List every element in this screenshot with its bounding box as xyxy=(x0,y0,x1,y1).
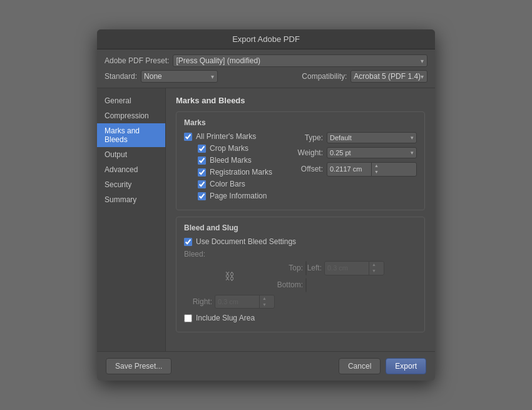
right-inc: ▲ xyxy=(260,295,269,302)
bottom-bleed-input-wrapper: ▲ ▼ xyxy=(305,278,307,292)
right-dec: ▼ xyxy=(260,302,269,308)
bleed-marks-label[interactable]: Bleed Marks xyxy=(210,156,252,165)
marks-left: All Printer's Marks Crop Marks Bleed Mar… xyxy=(184,132,285,203)
include-slug-row: Include Slug Area xyxy=(184,314,417,322)
sidebar-item-summary[interactable]: Summary xyxy=(97,192,165,207)
right-bleed-spin: ▲ ▼ xyxy=(259,295,269,309)
bottom-bleed-label: Bottom: xyxy=(275,280,303,289)
left-bleed-input xyxy=(325,263,369,273)
all-printers-row: All Printer's Marks xyxy=(184,132,285,141)
left-dec: ▼ xyxy=(369,268,379,274)
preset-label: Adobe PDF Preset: xyxy=(105,56,169,65)
cancel-button[interactable]: Cancel xyxy=(339,358,381,374)
sidebar: General Compression Marks and Bleeds Out… xyxy=(97,88,166,351)
right-bleed-input xyxy=(215,297,259,307)
crop-marks-checkbox[interactable] xyxy=(198,145,206,153)
export-button[interactable]: Export xyxy=(386,358,426,374)
standard-label: Standard: xyxy=(105,72,137,81)
offset-spin-buttons: ▲ ▼ xyxy=(371,163,381,176)
crop-marks-row: Crop Marks xyxy=(198,144,285,153)
include-slug-label[interactable]: Include Slug Area xyxy=(196,314,255,322)
link-icon: ⛓ xyxy=(225,271,235,282)
dialog-title: Export Adobe PDF xyxy=(232,34,300,44)
offset-input[interactable] xyxy=(327,164,371,174)
use-doc-bleed-label[interactable]: Use Document Bleed Settings xyxy=(196,237,296,246)
top-bleed-field: Top: ▲ ▼ xyxy=(275,261,294,275)
weight-row: Weight: 0.25 pt xyxy=(292,147,417,158)
right-bleed-label: Right: xyxy=(184,297,212,306)
top-bleed-input xyxy=(306,263,307,273)
section-title: Marks and Bleeds xyxy=(176,96,425,105)
page-info-row: Page Information xyxy=(198,192,285,200)
left-inc: ▲ xyxy=(369,262,379,268)
top-bar: Adobe PDF Preset: [Press Quality] (modif… xyxy=(97,49,435,88)
export-pdf-dialog: Export Adobe PDF Adobe PDF Preset: [Pres… xyxy=(97,29,435,381)
page-info-checkbox[interactable] xyxy=(198,192,206,200)
main-panel: Marks and Bleeds Marks All Printer's Mar… xyxy=(166,88,435,351)
offset-label: Offset: xyxy=(292,165,323,173)
registration-marks-checkbox[interactable] xyxy=(198,168,206,177)
sidebar-item-security[interactable]: Security xyxy=(97,177,165,192)
color-bars-checkbox[interactable] xyxy=(198,180,206,188)
offset-increment-button[interactable]: ▲ xyxy=(372,163,381,169)
bleed-label: Bleed: xyxy=(184,250,205,259)
include-slug-checkbox[interactable] xyxy=(184,314,192,322)
color-bars-label[interactable]: Color Bars xyxy=(210,180,245,188)
standard-select[interactable]: None xyxy=(141,70,218,83)
registration-marks-label[interactable]: Registration Marks xyxy=(210,168,272,177)
use-doc-bleed-row: Use Document Bleed Settings xyxy=(184,237,417,246)
content-area: General Compression Marks and Bleeds Out… xyxy=(97,88,435,351)
sidebar-item-marks-and-bleeds[interactable]: Marks and Bleeds xyxy=(97,123,165,147)
bleed-marks-checkbox[interactable] xyxy=(198,156,206,165)
compatibility-label: Compatibility: xyxy=(302,72,347,81)
offset-input-wrapper: ▲ ▼ xyxy=(327,162,417,177)
all-printers-checkbox[interactable] xyxy=(184,133,192,141)
compatibility-select[interactable]: Acrobat 5 (PDF 1.4) xyxy=(350,70,427,83)
sidebar-item-advanced[interactable]: Advanced xyxy=(97,162,165,177)
preset-select[interactable]: [Press Quality] (modified) xyxy=(173,54,427,67)
bleed-slug-title: Bleed and Slug xyxy=(184,223,417,232)
marks-group: Marks All Printer's Marks Crop Marks xyxy=(176,111,425,210)
bleed-slug-group: Bleed and Slug Use Document Bleed Settin… xyxy=(176,217,425,332)
offset-decrement-button[interactable]: ▼ xyxy=(372,169,381,175)
save-preset-button[interactable]: Save Preset... xyxy=(106,358,171,374)
link-icon-area: ⛓ xyxy=(184,271,275,282)
page-info-label[interactable]: Page Information xyxy=(210,192,267,200)
sidebar-item-compression[interactable]: Compression xyxy=(97,108,165,123)
sidebar-item-general[interactable]: General xyxy=(97,93,165,108)
type-label: Type: xyxy=(292,133,323,142)
left-bleed-input-wrapper: ▲ ▼ xyxy=(324,261,384,275)
type-select[interactable]: Default xyxy=(327,132,417,143)
left-bleed-field: Left: ▲ ▼ xyxy=(294,261,384,275)
bottom-bleed-field: Bottom: ▲ ▼ xyxy=(275,278,294,292)
right-bleed-field: Right: ▲ ▼ xyxy=(184,295,275,309)
top-bleed-input-wrapper: ▲ ▼ xyxy=(305,261,307,275)
type-row: Type: Default xyxy=(292,132,417,143)
weight-select[interactable]: 0.25 pt xyxy=(327,147,417,158)
color-bars-row: Color Bars xyxy=(198,180,285,188)
crop-marks-label[interactable]: Crop Marks xyxy=(210,144,248,153)
left-bleed-label: Left: xyxy=(294,264,322,272)
right-bleed-input-wrapper: ▲ ▼ xyxy=(215,295,275,309)
use-doc-bleed-checkbox[interactable] xyxy=(184,238,192,246)
bottom-bar: Save Preset... Cancel Export xyxy=(97,351,435,381)
registration-marks-row: Registration Marks xyxy=(198,168,285,177)
marks-group-title: Marks xyxy=(184,118,417,127)
bottom-bleed-input xyxy=(306,280,307,290)
left-bleed-spin: ▲ ▼ xyxy=(369,262,379,275)
bleed-marks-row: Bleed Marks xyxy=(198,156,285,165)
offset-row: Offset: ▲ ▼ xyxy=(292,162,417,177)
all-printers-label[interactable]: All Printer's Marks xyxy=(196,132,256,141)
title-bar: Export Adobe PDF xyxy=(97,29,435,49)
sidebar-item-output[interactable]: Output xyxy=(97,147,165,162)
marks-right: Type: Default Weight: xyxy=(292,132,417,203)
weight-label: Weight: xyxy=(292,148,323,157)
